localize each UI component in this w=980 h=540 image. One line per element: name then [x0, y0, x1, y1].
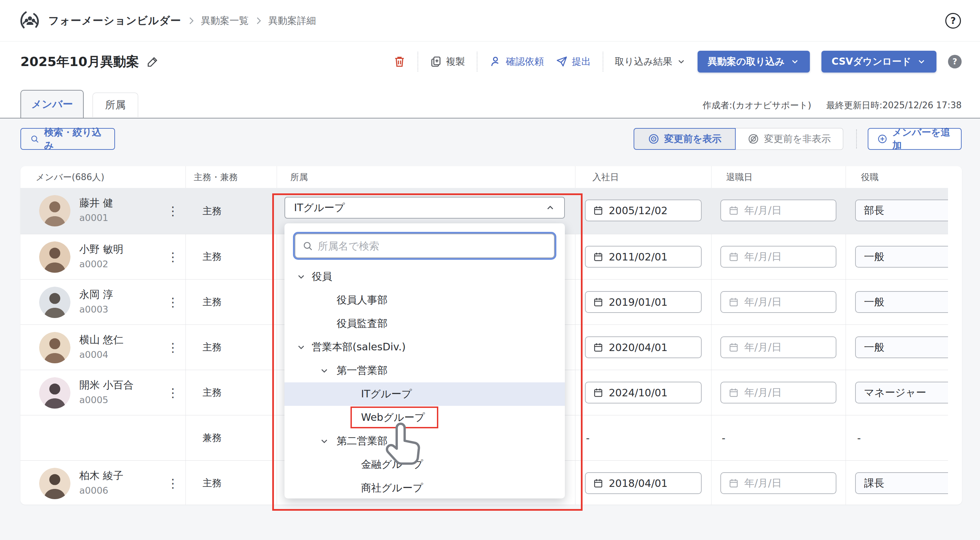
hire-date-input[interactable]: 2005/12/02	[585, 199, 702, 221]
duty-cell: 主務	[202, 280, 221, 325]
header-help-icon[interactable]: ?	[945, 13, 961, 29]
hire-date-input[interactable]: 2011/02/01	[585, 246, 702, 268]
calendar-icon	[729, 478, 739, 489]
search-icon	[302, 241, 313, 251]
import-result-dropdown[interactable]: 取り込み結果	[615, 55, 686, 68]
col-header-position: 役職	[861, 166, 878, 188]
row-menu-kebab-icon[interactable]: ⋮	[163, 461, 183, 505]
request-confirmation-button[interactable]: 確認依頼	[489, 55, 544, 68]
show-before-button[interactable]: 変更前を表示	[633, 128, 736, 150]
retire-date-input[interactable]: 年/月/日	[721, 199, 837, 221]
member-name[interactable]: 開米 小百合	[79, 378, 134, 392]
add-member-button[interactable]: メンバーを追加	[868, 128, 962, 150]
hire-date-input[interactable]: 2018/04/01	[585, 472, 702, 494]
department-search-box[interactable]	[295, 234, 555, 258]
chevron-down-icon	[917, 57, 926, 66]
csv-help-icon[interactable]: ?	[948, 55, 962, 68]
tree-item-shosha-group[interactable]: 商社グループ	[285, 476, 565, 499]
department-dropdown-panel: 役員 役員人事部 役員監査部 営業本部(salesDiv.) 第一営業部 ITグ…	[285, 223, 565, 499]
col-header-retire-date: 退職日	[726, 166, 753, 188]
tree-item-yakuin[interactable]: 役員	[285, 265, 565, 288]
avatar	[39, 332, 70, 363]
hire-date-input[interactable]: 2020/04/01	[585, 336, 702, 358]
submit-button[interactable]: 提出	[556, 55, 591, 68]
col-header-member: メンバー(686人)	[36, 166, 105, 188]
retire-date-input[interactable]: 年/月/日	[721, 291, 837, 313]
col-header-department: 所属	[290, 166, 308, 188]
position-select[interactable]: 一般	[855, 246, 948, 268]
duty-cell: 主務	[202, 461, 221, 505]
eye-icon	[648, 133, 659, 145]
app-title: フォーメーションビルダー	[48, 14, 181, 28]
search-icon	[30, 134, 39, 144]
retire-date-input[interactable]: 年/月/日	[721, 472, 837, 494]
avatar	[39, 377, 70, 409]
position-select[interactable]: 課長	[855, 472, 948, 494]
breadcrumb-chevron-icon	[188, 16, 195, 26]
hire-date-empty: -	[586, 416, 590, 460]
position-select[interactable]: 一般	[855, 291, 948, 313]
tab-member[interactable]: メンバー	[21, 90, 84, 118]
avatar	[39, 241, 70, 273]
row-menu-kebab-icon[interactable]: ⋮	[163, 188, 183, 234]
chevron-down-icon	[296, 272, 306, 282]
duplicate-button[interactable]: 複製	[430, 55, 465, 68]
position-select[interactable]: 部長	[855, 199, 948, 221]
calendar-icon	[729, 296, 739, 307]
member-name[interactable]: 小野 敏明	[79, 242, 124, 256]
search-filter-button[interactable]: 検索・絞り込み	[21, 128, 115, 150]
tab-department[interactable]: 所属	[92, 92, 138, 117]
member-name[interactable]: 藤井 健	[79, 196, 113, 210]
person-icon	[489, 55, 502, 68]
hide-before-button[interactable]: 変更前を非表示	[736, 128, 843, 150]
app-header: フォーメーションビルダー 異動案一覧 異動案詳細 ?	[0, 0, 980, 41]
tree-item-daiichi-eigyobu[interactable]: 第一営業部	[285, 359, 565, 382]
tree-item-kinyu-group[interactable]: 金融グループ	[285, 453, 565, 476]
member-code: a0005	[79, 395, 108, 405]
retire-date-input[interactable]: 年/月/日	[721, 336, 837, 358]
hire-date-input[interactable]: 2019/01/01	[585, 291, 702, 313]
tree-item-it-group[interactable]: ITグループ	[285, 382, 565, 406]
calendar-icon	[593, 296, 603, 307]
edit-title-icon[interactable]	[147, 56, 159, 68]
breadcrumb-plan-list[interactable]: 異動案一覧	[201, 14, 249, 27]
department-search-input[interactable]	[318, 240, 547, 252]
tree-item-yakuin-kansabu[interactable]: 役員監査部	[285, 312, 565, 335]
calendar-icon	[593, 342, 603, 353]
calendar-icon	[729, 205, 739, 216]
chevron-down-icon	[319, 366, 329, 376]
retire-date-empty: -	[722, 416, 725, 460]
row-menu-kebab-icon[interactable]: ⋮	[163, 234, 183, 279]
filter-divider	[856, 129, 857, 148]
delete-button[interactable]	[393, 55, 406, 68]
chevron-down-icon	[790, 57, 800, 66]
import-plan-button[interactable]: 異動案の取り込み	[698, 51, 810, 73]
member-name[interactable]: 永岡 淳	[79, 288, 113, 302]
retire-date-input[interactable]: 年/月/日	[721, 246, 837, 268]
position-select[interactable]: マネージャー	[855, 382, 948, 403]
eye-off-icon	[748, 133, 759, 145]
department-select[interactable]: ITグループ	[285, 197, 565, 218]
hire-date-input[interactable]: 2024/10/01	[585, 382, 702, 403]
position-select[interactable]: 一般	[855, 336, 948, 358]
chevron-up-icon	[545, 202, 555, 213]
tree-item-daini-eigyobu[interactable]: 第二営業部	[285, 429, 565, 453]
calendar-icon	[729, 387, 739, 398]
csv-download-button[interactable]: CSVダウンロード	[821, 51, 937, 73]
member-code: a0003	[79, 304, 108, 315]
plus-circle-icon	[877, 133, 888, 145]
calendar-icon	[729, 342, 739, 353]
row-menu-kebab-icon[interactable]: ⋮	[163, 280, 183, 325]
tree-item-web-group[interactable]: Webグループ	[285, 406, 565, 429]
duty-cell: 主務	[202, 325, 221, 370]
member-name[interactable]: 横山 悠仁	[79, 333, 124, 347]
tree-item-yakuin-jinjibu[interactable]: 役員人事部	[285, 288, 565, 312]
breadcrumb-chevron-icon	[255, 16, 262, 26]
retire-date-input[interactable]: 年/月/日	[721, 382, 837, 403]
member-name[interactable]: 柏木 綾子	[79, 469, 124, 483]
row-menu-kebab-icon[interactable]: ⋮	[163, 370, 183, 415]
row-menu-kebab-icon[interactable]: ⋮	[163, 325, 183, 370]
calendar-icon	[593, 205, 603, 216]
col-header-hire-date: 入社日	[592, 166, 619, 188]
tree-item-sales-div[interactable]: 営業本部(salesDiv.)	[285, 335, 565, 359]
